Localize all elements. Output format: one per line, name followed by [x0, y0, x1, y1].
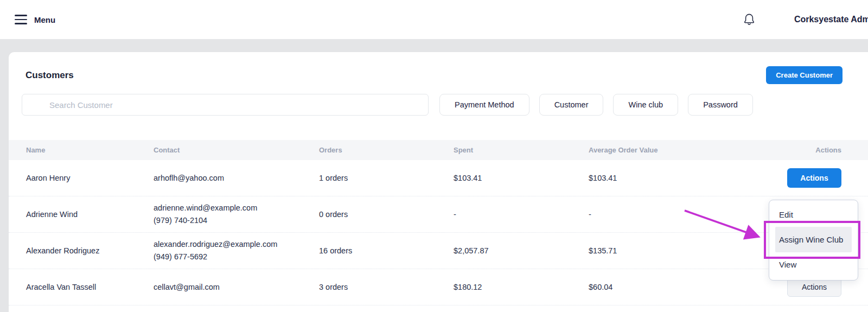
- cell-contact: cellavt@gmail.com: [154, 281, 319, 294]
- cell-email: cellavt@gmail.com: [154, 281, 319, 294]
- filter-chip-password[interactable]: Password: [688, 94, 753, 116]
- cell-name: Aracella Van Tassell: [26, 283, 154, 291]
- column-header-name: Name: [26, 146, 154, 154]
- customers-card: Customers Create Customer Payment Method…: [9, 52, 868, 312]
- row-actions-button[interactable]: Actions: [787, 168, 841, 188]
- column-header-spent: Spent: [454, 146, 589, 154]
- table-row: Aracella Van Tassellcellavt@gmail.com3 o…: [9, 269, 868, 305]
- column-header-orders: Orders: [319, 146, 454, 154]
- cell-average-order-value: -: [589, 210, 776, 219]
- notification-bell-icon[interactable]: [743, 13, 755, 26]
- dropdown-item-assign-wine-club[interactable]: Assign Wine Club: [775, 227, 852, 252]
- cell-spent: $2,057.87: [454, 246, 589, 255]
- cell-email: arhoflh@yahoo.com: [154, 172, 319, 184]
- table-row: Alexander Rodriguezalexander.rodriguez@e…: [9, 233, 868, 269]
- cell-contact: alexander.rodriguez@example.com(949) 677…: [154, 238, 319, 263]
- actions-dropdown-menu: EditAssign Wine ClubView: [769, 200, 858, 281]
- brand-account-name: Corksyestate Admin: [794, 15, 868, 24]
- cell-contact: arhoflh@yahoo.com: [154, 172, 319, 184]
- cell-orders: 16 orders: [319, 246, 454, 255]
- cell-orders: 3 orders: [319, 283, 454, 291]
- cell-phone: (979) 740-2104: [154, 214, 319, 227]
- table-row: Aaron Henryarhoflh@yahoo.com1 orders$103…: [9, 160, 868, 196]
- cell-orders: 1 orders: [319, 174, 454, 182]
- topbar: Menu Corksyestate Admin: [0, 0, 868, 39]
- cell-orders: 0 orders: [319, 210, 454, 219]
- cell-email: adrienne.wind@example.com: [154, 202, 319, 214]
- cell-name: Alexander Rodriguez: [26, 246, 154, 255]
- search-customer-input[interactable]: [22, 94, 429, 116]
- cell-spent: -: [454, 210, 589, 219]
- filter-chip-group: Payment MethodCustomerWine clubPassword: [439, 94, 753, 116]
- cell-name: Adrienne Wind: [26, 210, 154, 219]
- filter-chip-wine-club[interactable]: Wine club: [613, 94, 678, 116]
- table-header-row: NameContactOrdersSpentAverage Order Valu…: [9, 140, 868, 160]
- hamburger-icon: [15, 15, 27, 24]
- dropdown-item-view[interactable]: View: [769, 254, 858, 275]
- cell-average-order-value: $103.41: [589, 174, 776, 182]
- cell-name: Aaron Henry: [26, 174, 154, 182]
- menu-label: Menu: [34, 15, 55, 24]
- column-header-average-order-value: Average Order Value: [589, 146, 776, 154]
- cell-average-order-value: $60.04: [589, 283, 776, 291]
- table-row: Adrienne Windadrienne.wind@example.com(9…: [9, 196, 868, 233]
- cell-spent: $180.12: [454, 283, 589, 291]
- cell-actions: Actions: [776, 168, 841, 188]
- cell-email: alexander.rodriguez@example.com: [154, 238, 319, 251]
- cell-spent: $103.41: [454, 174, 589, 182]
- filter-chip-customer[interactable]: Customer: [539, 94, 604, 116]
- cell-contact: adrienne.wind@example.com(979) 740-2104: [154, 202, 319, 227]
- filter-chip-payment-method[interactable]: Payment Method: [439, 94, 529, 116]
- create-customer-button[interactable]: Create Customer: [766, 66, 843, 84]
- column-header-actions: Actions: [776, 146, 841, 154]
- menu-toggle[interactable]: Menu: [15, 15, 55, 24]
- dropdown-item-edit[interactable]: Edit: [769, 205, 858, 225]
- page-title: Customers: [25, 70, 74, 81]
- customers-table: NameContactOrdersSpentAverage Order Valu…: [9, 140, 868, 305]
- column-header-contact: Contact: [154, 146, 319, 154]
- cell-average-order-value: $135.71: [589, 246, 776, 255]
- cell-phone: (949) 677-5692: [154, 251, 319, 263]
